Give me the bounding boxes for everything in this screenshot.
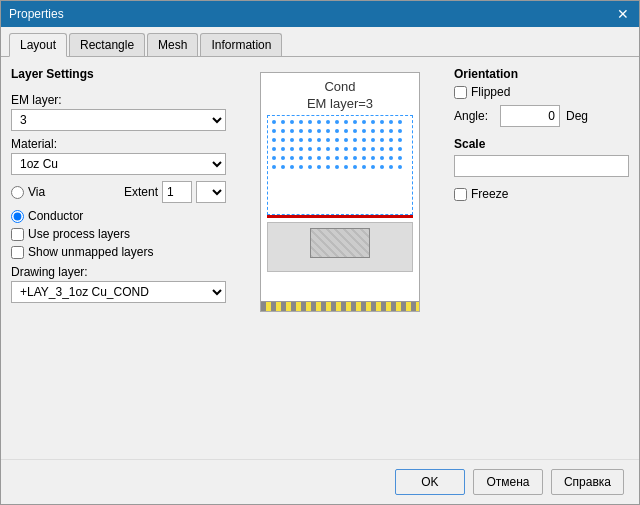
preview-dot <box>398 147 402 151</box>
preview-cond-label: Cond <box>261 79 419 94</box>
extent-dropdown[interactable] <box>196 181 226 203</box>
use-process-row: Use process layers <box>11 227 226 241</box>
tab-mesh[interactable]: Mesh <box>147 33 198 56</box>
preview-dot <box>362 156 366 160</box>
close-button[interactable]: ✕ <box>615 7 631 21</box>
preview-dot <box>281 147 285 151</box>
preview-dot <box>398 156 402 160</box>
preview-dot <box>353 147 357 151</box>
preview-dot <box>299 156 303 160</box>
preview-dot <box>335 138 339 142</box>
right-panel: Orientation Flipped Angle: Deg Scale <box>454 67 629 312</box>
preview-dot <box>290 129 294 133</box>
tab-information[interactable]: Information <box>200 33 282 56</box>
preview-dot <box>353 156 357 160</box>
preview-dot <box>389 129 393 133</box>
bottom-area: OK Отмена Справка <box>1 459 639 504</box>
preview-dot <box>362 147 366 151</box>
conductor-radio-row: Conductor <box>11 209 226 223</box>
angle-row: Angle: Deg <box>454 105 629 127</box>
cancel-button[interactable]: Отмена <box>473 469 543 495</box>
preview-dot <box>353 165 357 169</box>
preview-dot <box>389 156 393 160</box>
window-title: Properties <box>9 7 64 21</box>
show-unmapped-checkbox[interactable] <box>11 246 24 259</box>
preview-dot <box>281 165 285 169</box>
left-panel: Layer Settings EM layer: 3 Material: 1oz… <box>11 67 226 312</box>
via-radio[interactable] <box>11 186 24 199</box>
preview-dot <box>389 165 393 169</box>
extent-group: Extent <box>124 181 226 203</box>
preview-dot <box>290 138 294 142</box>
orientation-title: Orientation <box>454 67 629 81</box>
flipped-row: Flipped <box>454 85 629 99</box>
material-select[interactable]: 1oz Cu <box>11 153 226 175</box>
preview-area: Cond EM layer=3 <box>236 67 444 312</box>
preview-dot <box>281 138 285 142</box>
ok-button[interactable]: OK <box>395 469 465 495</box>
preview-dot <box>281 120 285 124</box>
preview-dot <box>380 138 384 142</box>
preview-dot <box>317 129 321 133</box>
preview-dot <box>326 138 330 142</box>
preview-dot <box>398 138 402 142</box>
freeze-checkbox[interactable] <box>454 188 467 201</box>
angle-input[interactable] <box>500 105 560 127</box>
preview-dot <box>272 147 276 151</box>
via-radio-group: Via <box>11 185 45 199</box>
preview-dot <box>380 156 384 160</box>
extent-label: Extent <box>124 185 158 199</box>
use-process-checkbox[interactable] <box>11 228 24 241</box>
preview-dot <box>371 165 375 169</box>
flipped-checkbox[interactable] <box>454 86 467 99</box>
preview-dot <box>299 120 303 124</box>
preview-dot <box>281 129 285 133</box>
scale-section: Scale <box>454 137 629 177</box>
deg-label: Deg <box>566 109 588 123</box>
preview-dot <box>326 147 330 151</box>
preview-dot <box>317 120 321 124</box>
conductor-radio[interactable] <box>11 210 24 223</box>
preview-dot <box>290 156 294 160</box>
preview-dot <box>308 129 312 133</box>
drawing-layer-select[interactable]: +LAY_3_1oz Cu_COND <box>11 281 226 303</box>
freeze-label: Freeze <box>471 187 508 201</box>
preview-dot <box>362 129 366 133</box>
preview-dot <box>308 147 312 151</box>
preview-dot <box>344 120 348 124</box>
preview-dot <box>308 120 312 124</box>
window-content: Layout Rectangle Mesh Information Layer … <box>1 27 639 504</box>
preview-dot <box>380 165 384 169</box>
preview-dots <box>267 115 413 215</box>
preview-dot <box>344 156 348 160</box>
layer-settings-label: Layer Settings <box>11 67 226 81</box>
preview-dot <box>389 120 393 124</box>
conductor-label: Conductor <box>28 209 83 223</box>
preview-dot <box>371 138 375 142</box>
em-layer-select[interactable]: 3 <box>11 109 226 131</box>
preview-dot <box>299 138 303 142</box>
preview-dot <box>299 129 303 133</box>
help-button[interactable]: Справка <box>551 469 624 495</box>
preview-dot <box>371 129 375 133</box>
preview-dot <box>398 129 402 133</box>
extent-input[interactable] <box>162 181 192 203</box>
preview-dot <box>398 165 402 169</box>
orientation-section: Orientation Flipped Angle: Deg <box>454 67 629 127</box>
tab-rectangle[interactable]: Rectangle <box>69 33 145 56</box>
preview-dot <box>353 120 357 124</box>
preview-dot <box>371 147 375 151</box>
preview-dot <box>344 165 348 169</box>
show-unmapped-row: Show unmapped layers <box>11 245 226 259</box>
drawing-layer-label: Drawing layer: <box>11 265 226 279</box>
preview-dot <box>272 138 276 142</box>
preview-dot <box>335 147 339 151</box>
preview-dot <box>344 138 348 142</box>
flipped-label: Flipped <box>471 85 510 99</box>
preview-dot <box>290 147 294 151</box>
tab-layout[interactable]: Layout <box>9 33 67 57</box>
scale-input[interactable] <box>454 155 629 177</box>
preview-dot <box>380 147 384 151</box>
preview-dot <box>308 156 312 160</box>
preview-dot <box>317 138 321 142</box>
